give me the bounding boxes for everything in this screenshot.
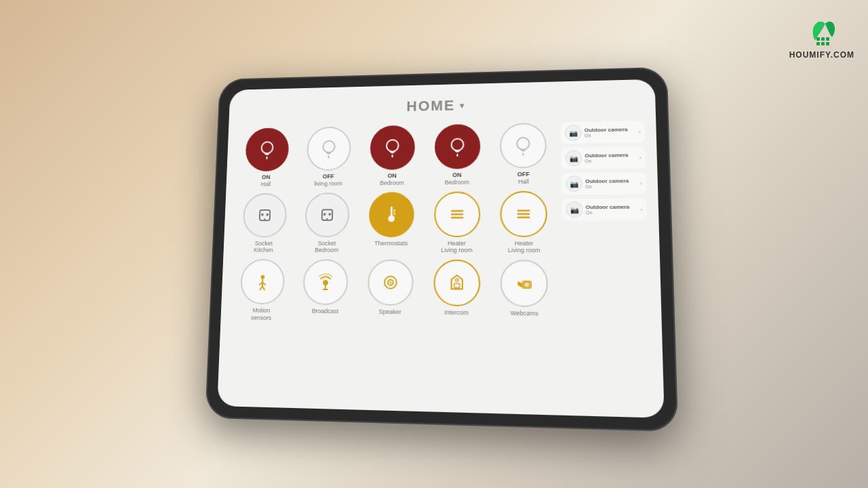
webcams-icon xyxy=(500,260,549,307)
light-bedroom-on2-label: ONBedroom xyxy=(445,171,469,186)
camera-sidebar: 📷 Outdoor camera On › 📷 Outdoor xyxy=(561,121,652,406)
camera-status-2: On xyxy=(585,158,628,163)
camera-small-icon-2: 📷 xyxy=(565,150,582,166)
camera-text-4: Outdoor camera On xyxy=(586,204,630,216)
chevron-down-icon: ▾ xyxy=(459,100,464,110)
socket-bedroom-label: SocketBedroom xyxy=(315,240,339,254)
logo-text: HOUMIFY.COM xyxy=(789,50,854,60)
speaker-label: Speaker xyxy=(379,308,401,316)
device-intercom[interactable]: Intercom xyxy=(425,260,489,325)
device-thermostats[interactable]: Thermostats xyxy=(360,192,423,254)
camera-arrow-1: › xyxy=(639,129,641,135)
home-title: HOME xyxy=(406,97,455,115)
tablet-screen: HOME ▾ ONHall xyxy=(217,79,665,418)
device-heater-living1[interactable]: HeaterLiving room xyxy=(425,191,489,254)
svg-point-12 xyxy=(451,139,463,151)
camera-arrow-3: › xyxy=(640,180,642,186)
socket-kitchen-label: SocketKitchen xyxy=(254,240,273,254)
camera-info-3: 📷 Outdoor camera On xyxy=(566,175,629,192)
tablet-wrapper: HOME ▾ ONHall xyxy=(205,67,678,432)
main-content: ONHall OFFliving room xyxy=(228,121,652,406)
intercom-label: Intercom xyxy=(444,309,469,317)
camera-text-3: Outdoor camera On xyxy=(585,178,629,189)
camera-arrow-2: › xyxy=(639,155,642,161)
light-living-off-label: OFFliving room xyxy=(314,173,342,187)
light-bedroom-on1-label: ONBedroom xyxy=(380,172,404,186)
heater-living2-label: HeaterLiving room xyxy=(508,240,540,255)
logo-svg xyxy=(802,14,842,47)
device-light-bedroom-on1[interactable]: ONBedroom xyxy=(361,125,424,186)
device-light-bedroom-on2[interactable]: ONBedroom xyxy=(426,124,489,186)
svg-point-18 xyxy=(266,213,269,216)
webcams-label: Webcams xyxy=(511,310,538,318)
camera-status-4: On xyxy=(586,210,630,215)
device-light-hall-off[interactable]: OFFHall xyxy=(492,123,556,186)
svg-point-8 xyxy=(323,141,335,152)
heater-living1-label: HeaterLiving room xyxy=(441,240,473,255)
camera-text-2: Outdoor camera On xyxy=(585,152,628,163)
svg-point-22 xyxy=(329,213,332,216)
device-heater-living2[interactable]: HeaterLiving room xyxy=(492,190,557,254)
speaker-icon xyxy=(368,260,414,306)
thermostats-label: Thermostats xyxy=(374,240,408,247)
socket-bedroom-icon xyxy=(304,192,350,237)
broadcast-label: Broadcast xyxy=(312,308,339,315)
camera-text-1: Outdoor camera On xyxy=(585,127,628,138)
svg-point-14 xyxy=(517,138,529,150)
light-hall-off-label: OFFHall xyxy=(517,171,530,186)
svg-point-10 xyxy=(387,140,399,152)
camera-arrow-4: › xyxy=(641,206,643,212)
svg-point-46 xyxy=(389,281,391,283)
houmify-logo: HOUMIFY.COM xyxy=(789,14,854,60)
svg-rect-2 xyxy=(826,37,829,41)
camera-small-icon-4: 📷 xyxy=(566,201,583,218)
camera-small-icon-3: 📷 xyxy=(566,176,583,192)
light-bedroom-on1-icon xyxy=(370,125,415,170)
camera-info-2: 📷 Outdoor camera On xyxy=(565,149,628,166)
broadcast-icon xyxy=(303,260,349,306)
light-hall-off-icon xyxy=(500,123,547,169)
device-socket-bedroom[interactable]: SocketBedroom xyxy=(296,192,359,253)
svg-rect-1 xyxy=(821,37,825,41)
svg-rect-3 xyxy=(816,42,820,45)
socket-kitchen-icon xyxy=(242,192,287,237)
light-bedroom-on2-icon xyxy=(434,124,479,169)
svg-line-40 xyxy=(262,287,264,291)
logo-icon xyxy=(802,14,842,47)
svg-point-17 xyxy=(261,213,264,216)
camera-info-4: 📷 Outdoor camera On xyxy=(566,201,630,218)
thermostats-icon xyxy=(369,192,414,237)
svg-point-21 xyxy=(323,213,326,216)
device-motion-sensors[interactable]: Motionsensors xyxy=(231,259,293,322)
svg-rect-4 xyxy=(821,42,825,45)
camera-item-3[interactable]: 📷 Outdoor camera On › xyxy=(561,172,647,195)
camera-small-icon-1: 📷 xyxy=(565,125,582,141)
svg-point-35 xyxy=(260,275,264,279)
heater-living1-icon xyxy=(434,191,480,237)
motion-sensors-label: Motionsensors xyxy=(251,307,272,322)
device-light-living-off[interactable]: OFFliving room xyxy=(298,126,359,187)
svg-point-6 xyxy=(261,142,273,153)
camera-status-3: On xyxy=(585,184,629,189)
light-living-off-icon xyxy=(307,126,351,171)
camera-item-2[interactable]: 📷 Outdoor camera On › xyxy=(561,146,646,169)
svg-point-25 xyxy=(388,215,395,222)
camera-name-4: Outdoor camera xyxy=(586,204,630,210)
svg-rect-5 xyxy=(826,42,829,45)
svg-rect-47 xyxy=(454,284,459,288)
heater-living2-icon xyxy=(500,190,548,237)
device-light-hall-on[interactable]: ONHall xyxy=(236,127,297,188)
intercom-icon xyxy=(433,260,480,306)
device-grid: ONHall OFFliving room xyxy=(228,123,559,404)
camera-item-1[interactable]: 📷 Outdoor camera On › xyxy=(561,121,646,144)
home-header[interactable]: HOME ▾ xyxy=(406,97,464,115)
light-hall-on-icon xyxy=(245,127,289,171)
svg-point-41 xyxy=(323,280,328,285)
camera-status-1: On xyxy=(585,132,628,138)
device-webcams[interactable]: Webcams xyxy=(492,260,557,325)
svg-rect-0 xyxy=(816,37,820,41)
camera-item-4[interactable]: 📷 Outdoor camera On › xyxy=(561,198,647,220)
device-speaker[interactable]: Speaker xyxy=(359,260,422,324)
device-socket-kitchen[interactable]: SocketKitchen xyxy=(233,192,295,254)
device-broadcast[interactable]: Broadcast xyxy=(294,260,357,323)
